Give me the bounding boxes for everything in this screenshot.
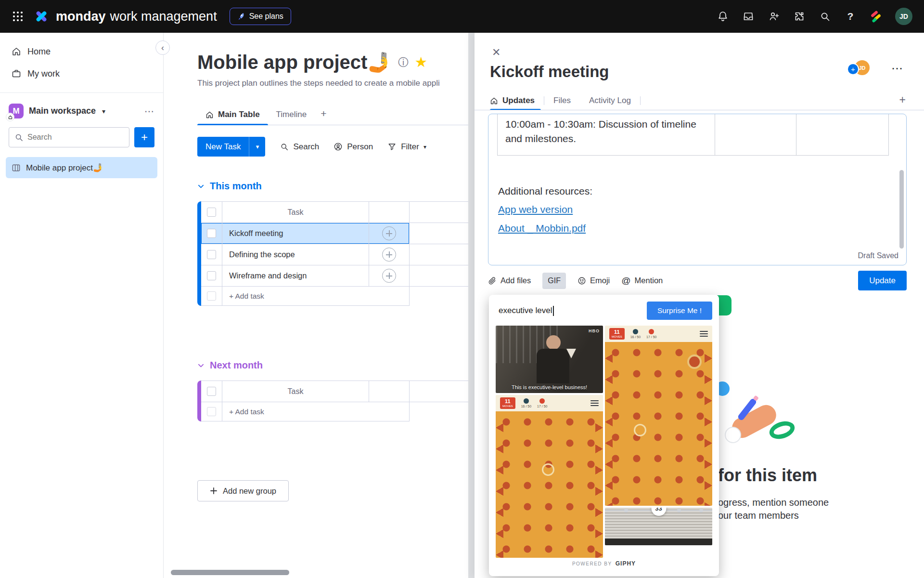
update-submit-button[interactable]: Update xyxy=(858,271,907,290)
add-task-row[interactable]: + Add task xyxy=(201,402,410,421)
gif-button[interactable]: GIF xyxy=(542,273,566,289)
workspace-home-badge-icon xyxy=(6,113,14,121)
workspace-switcher[interactable]: M Main workspace ▾ ⋯ xyxy=(0,101,163,121)
gif-result-office[interactable]: HBO This is executive-level business! xyxy=(496,326,603,393)
table-row-kickoff-meeting[interactable]: Kickoff meeting xyxy=(201,223,410,244)
task-name[interactable]: Wireframe and design xyxy=(222,265,369,286)
table-row-defining-scope[interactable]: Defining the scope xyxy=(201,244,410,265)
sidebar-item-my-work[interactable]: My work xyxy=(0,63,163,85)
toolbar-search[interactable]: Search xyxy=(280,142,319,152)
apps-marketplace-puzzle-icon[interactable] xyxy=(793,10,806,23)
row-checkbox[interactable] xyxy=(207,250,216,259)
column-header-task[interactable]: Task xyxy=(222,381,369,402)
row-checkbox[interactable] xyxy=(207,229,216,238)
favorite-star-icon[interactable]: ★ xyxy=(415,55,426,70)
link-mobbin-pdf[interactable]: About _ Mobbin.pdf xyxy=(498,223,586,234)
task-table: Task + Add task xyxy=(201,381,410,421)
select-all-checkbox[interactable] xyxy=(207,387,216,396)
rocket-icon xyxy=(237,13,245,20)
sidebar-add-button[interactable]: + xyxy=(134,127,154,147)
toolbar-filter[interactable]: Filter ▾ xyxy=(387,142,426,152)
gif-result-puzzle-left[interactable]: 11MOVES 16 / 50 17 / 50 xyxy=(496,395,603,558)
add-task-label[interactable]: + Add task xyxy=(222,402,409,421)
add-new-group-button[interactable]: Add new group xyxy=(197,480,289,501)
table-row-wireframe-design[interactable]: Wireframe and design xyxy=(201,265,410,287)
notifications-bell-icon[interactable] xyxy=(717,10,729,23)
row-checkbox[interactable] xyxy=(207,271,216,280)
panel-tab-activity-label: Activity Log xyxy=(589,96,631,105)
new-task-button[interactable]: New Task xyxy=(197,137,249,157)
add-view-tab-button[interactable]: + xyxy=(315,103,332,125)
gif-search-input[interactable]: executive level xyxy=(496,302,642,320)
apps-grid-icon[interactable] xyxy=(12,10,24,23)
task-name[interactable]: Kickoff meeting xyxy=(222,223,369,244)
add-task-row[interactable]: + Add task xyxy=(201,287,410,306)
gif-search-query: executive level xyxy=(499,306,552,315)
add-task-label[interactable]: + Add task xyxy=(222,287,409,305)
column-header-task[interactable]: Task xyxy=(222,202,369,223)
workspace-menu-icon[interactable]: ⋯ xyxy=(144,105,154,117)
emoji-smiley-icon xyxy=(578,276,586,285)
gif-result-newspaper[interactable]: 33 xyxy=(605,508,712,545)
puzzle-moves-badge: 11MOVES xyxy=(500,397,515,409)
tab-timeline[interactable]: Timeline xyxy=(268,105,315,125)
update-editor[interactable]: 10:00am - 10:30am: Discussion of timelin… xyxy=(488,114,907,265)
invite-members-icon[interactable] xyxy=(768,10,780,23)
open-updates-bubble-icon[interactable] xyxy=(382,248,396,262)
new-task-split-button[interactable]: New Task ▾ xyxy=(197,137,265,157)
empty-state-text-fragment: ogress, mention someone xyxy=(718,497,829,508)
panel-add-tab-button[interactable]: + xyxy=(899,93,906,106)
empty-state-title-fragment: for this item xyxy=(718,465,817,486)
mention-label: Mention xyxy=(635,276,663,285)
new-task-chevron-down-icon[interactable]: ▾ xyxy=(249,137,265,157)
task-name[interactable]: Defining the scope xyxy=(222,244,369,265)
sidebar-board-item[interactable]: Mobile app project🤳 xyxy=(6,157,157,178)
panel-close-icon[interactable]: ✕ xyxy=(492,46,500,59)
main-panel-scrollbar-track[interactable] xyxy=(468,33,475,578)
horizontal-scrollbar-thumb[interactable] xyxy=(171,570,289,575)
table-cell-note: 10:00am - 10:30am: Discussion of timelin… xyxy=(498,114,715,156)
monday-logo-icon[interactable] xyxy=(34,9,49,24)
puzzle-moves-badge: 11MOVES xyxy=(609,328,625,340)
sidebar-search-icon xyxy=(14,132,24,142)
user-avatar[interactable]: JD xyxy=(895,8,912,25)
panel-tab-files-label: Files xyxy=(553,96,571,105)
editor-scrollbar-thumb[interactable] xyxy=(899,170,904,249)
emoji-button[interactable]: Emoji xyxy=(578,276,610,285)
help-icon[interactable]: ? xyxy=(844,10,857,23)
search-icon[interactable] xyxy=(819,10,831,23)
tab-main-table[interactable]: Main Table xyxy=(197,105,268,125)
surprise-me-button[interactable]: Surprise Me ! xyxy=(647,302,712,320)
task-table: Task Kickoff meeting Defining the scope xyxy=(201,201,410,306)
sidebar-search-input[interactable] xyxy=(9,127,129,147)
panel-tabs: Updates Files Activity Log xyxy=(490,92,641,110)
product-switcher-icon[interactable] xyxy=(870,10,882,23)
person-filter-icon xyxy=(334,142,343,151)
gif-result-puzzle-right[interactable]: 11MOVES 16 / 50 17 / 50 xyxy=(605,326,712,506)
link-app-web-version[interactable]: App web version xyxy=(498,204,573,215)
add-files-button[interactable]: Add files xyxy=(488,276,531,285)
add-new-group-label: Add new group xyxy=(223,486,276,496)
panel-tab-activity-log[interactable]: Activity Log xyxy=(580,92,640,110)
sidebar-item-home[interactable]: Home xyxy=(0,40,163,63)
see-plans-button[interactable]: See plans xyxy=(230,8,291,25)
add-subscriber-icon[interactable]: + xyxy=(847,63,859,75)
group-this-month-header[interactable]: This month xyxy=(197,181,468,192)
select-all-checkbox[interactable] xyxy=(207,208,216,217)
puzzle-menu-icon xyxy=(700,329,708,338)
mention-button[interactable]: @ Mention xyxy=(621,276,663,286)
panel-tab-updates[interactable]: Updates xyxy=(490,92,544,110)
open-updates-bubble-icon[interactable] xyxy=(382,269,396,283)
panel-menu-icon[interactable]: ⋯ xyxy=(891,62,904,75)
open-updates-bubble-icon[interactable] xyxy=(382,226,396,240)
group-next-month-header[interactable]: Next month xyxy=(197,360,468,371)
toolbar-person[interactable]: Person xyxy=(334,142,373,152)
brand-bold: monday xyxy=(56,9,106,24)
inbox-tray-icon[interactable] xyxy=(742,10,755,23)
panel-tab-files[interactable]: Files xyxy=(544,92,580,110)
item-subscribers[interactable]: + JD xyxy=(847,59,874,76)
sidebar-collapse-button[interactable]: ‹ xyxy=(155,40,170,55)
board-info-icon[interactable]: ⓘ xyxy=(398,55,409,70)
panel-tab-updates-label: Updates xyxy=(502,96,535,105)
gif-results-grid: HBO This is executive-level business! 11… xyxy=(496,326,712,558)
